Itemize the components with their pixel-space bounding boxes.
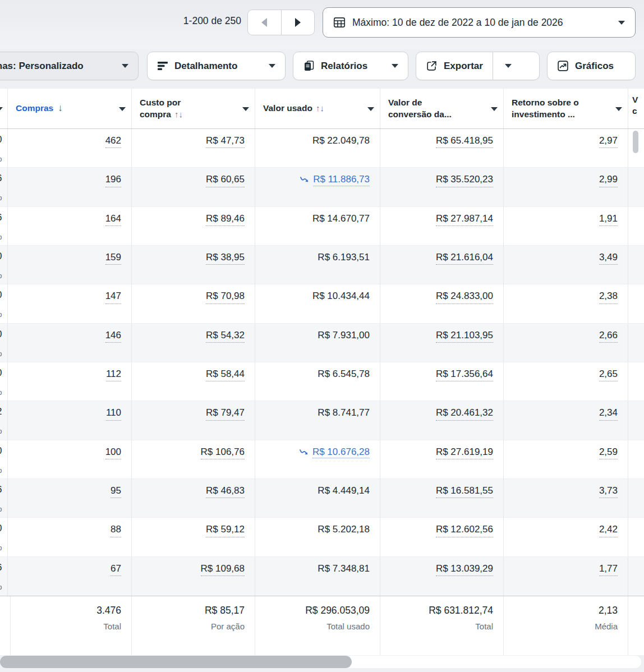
conversao-value[interactable]: R$ 21.103,95 <box>436 330 493 343</box>
chevron-down-icon[interactable] <box>119 107 126 111</box>
roas-value[interactable]: 2,99 <box>599 174 618 187</box>
cell-valor-de-conversao: R$ 65.418,95 <box>380 129 504 167</box>
clipped-text: 0 <box>0 523 2 534</box>
chevron-down-icon[interactable] <box>615 107 622 111</box>
horizontal-scrollbar-thumb[interactable] <box>0 656 352 668</box>
header-compras[interactable]: Compras↓ <box>8 89 132 128</box>
custo-value[interactable]: R$ 109,68 <box>201 563 245 576</box>
valor-usado-value[interactable]: R$ 11.886,73 <box>313 174 370 186</box>
compras-value[interactable]: 147 <box>105 291 121 303</box>
roas-value[interactable]: 2,66 <box>599 330 618 343</box>
table-row: 2o110R$ 79,47R$ 8.741,77R$ 20.461,322,34 <box>0 401 644 440</box>
totals-valor-usado-value: R$ 296.053,09 <box>305 605 370 616</box>
roas-value[interactable]: 2,34 <box>599 407 618 420</box>
breakdown-dropdown-button[interactable]: Detalhamento <box>147 52 286 80</box>
compras-value[interactable]: 110 <box>106 407 121 420</box>
custo-value[interactable]: R$ 58,44 <box>206 369 245 381</box>
compras-value[interactable]: 159 <box>105 252 121 265</box>
cell-clipped-prev-column: 0o <box>0 440 8 478</box>
cell-clipped-prev-column: 0o <box>0 362 8 401</box>
custo-value[interactable]: R$ 59,12 <box>206 524 245 537</box>
table-row: 6o164R$ 89,46R$ 14.670,77R$ 27.987,141,9… <box>0 207 644 246</box>
cell-custo-por-compra: R$ 54,32 <box>132 324 255 362</box>
header-valor-de-conversao[interactable]: Valor de conversão da... <box>380 89 504 128</box>
roas-value[interactable]: 2,65 <box>599 369 618 381</box>
valor-usado-value: R$ 10.434,44 <box>312 291 370 302</box>
header-clipped-prev-column[interactable] <box>0 89 8 128</box>
compras-value[interactable]: 95 <box>111 485 121 498</box>
compras-value[interactable]: 196 <box>105 174 121 187</box>
custo-value[interactable]: R$ 70,98 <box>206 291 245 303</box>
custo-value[interactable]: R$ 79,47 <box>206 407 245 420</box>
valor-usado-value: R$ 6.193,51 <box>318 252 370 263</box>
roas-value[interactable]: 2,42 <box>599 524 618 537</box>
roas-value[interactable]: 1,77 <box>599 563 618 576</box>
cell-clipped-prev-column: 6o <box>0 207 8 245</box>
roas-value[interactable]: 2,97 <box>599 135 618 148</box>
compras-value[interactable]: 112 <box>106 369 121 381</box>
cell-roas: 3,73 <box>504 479 628 517</box>
conversao-value[interactable]: R$ 24.833,00 <box>436 291 493 303</box>
roas-value[interactable]: 3,49 <box>599 252 618 265</box>
custo-value[interactable]: R$ 60,65 <box>206 174 245 187</box>
compras-value[interactable]: 462 <box>105 135 121 148</box>
conversao-value[interactable]: R$ 17.356,64 <box>436 369 493 381</box>
roas-value[interactable]: 1,91 <box>599 213 618 226</box>
table-row: 0o100R$ 106,76R$ 10.676,28R$ 27.619,192,… <box>0 440 644 479</box>
metrics-table: Compras↓ Custo por compra↑↓ Valor usado↑… <box>0 89 644 655</box>
custo-value[interactable]: R$ 106,76 <box>201 447 245 459</box>
conversao-value[interactable]: R$ 27.987,14 <box>436 213 493 226</box>
custo-value[interactable]: R$ 47,73 <box>206 135 245 148</box>
cell-roas: 2,59 <box>504 440 628 478</box>
custo-value[interactable]: R$ 89,46 <box>206 213 245 226</box>
cell-compras: 196 <box>8 168 132 206</box>
cell-roas: 2,97 <box>504 129 628 167</box>
compras-value[interactable]: 164 <box>105 213 121 226</box>
valor-usado-link[interactable]: R$ 11.886,73 <box>300 174 370 186</box>
cell-compras: 147 <box>8 284 132 323</box>
chevron-down-icon[interactable] <box>242 107 249 111</box>
roas-value[interactable]: 2,59 <box>599 447 618 459</box>
header-roas[interactable]: Retorno sobre o investimento ... <box>504 89 628 128</box>
totals-clipped-next-column <box>628 596 644 655</box>
conversao-value[interactable]: R$ 20.461,32 <box>436 407 493 420</box>
conversao-value[interactable]: R$ 27.619,19 <box>436 447 493 459</box>
next-page-button[interactable] <box>281 10 315 35</box>
custo-value[interactable]: R$ 46,83 <box>206 485 245 498</box>
header-custo-por-compra[interactable]: Custo por compra↑↓ <box>132 89 255 128</box>
custo-value[interactable]: R$ 54,32 <box>206 330 245 343</box>
conversao-value[interactable]: R$ 16.581,55 <box>436 485 493 498</box>
custo-value[interactable]: R$ 38,95 <box>206 252 245 265</box>
conversao-value[interactable]: R$ 65.418,95 <box>436 135 493 148</box>
roas-value[interactable]: 3,73 <box>599 485 618 498</box>
valor-usado-link[interactable]: R$ 10.676,28 <box>300 447 370 458</box>
previous-page-button[interactable] <box>248 10 281 35</box>
vertical-scrollbar-thumb[interactable] <box>633 131 638 153</box>
chevron-down-icon[interactable] <box>491 107 498 111</box>
valor-usado-value: R$ 22.049,78 <box>312 135 370 146</box>
compras-value[interactable]: 67 <box>111 563 121 576</box>
date-range-picker[interactable]: Máximo: 10 de dez de 2022 a 10 de jan de… <box>323 7 636 38</box>
compras-value[interactable]: 100 <box>105 447 121 459</box>
cell-compras: 146 <box>8 324 132 362</box>
compras-value[interactable]: 146 <box>105 330 121 343</box>
chevron-down-icon[interactable] <box>367 107 374 111</box>
reports-dropdown-button[interactable]: Relatórios <box>293 52 408 80</box>
clipped-text: 0 <box>0 289 2 301</box>
valor-usado-value[interactable]: R$ 10.676,28 <box>312 447 370 458</box>
totals-compras-label: Total <box>103 622 121 631</box>
roas-value[interactable]: 2,38 <box>599 291 618 303</box>
charts-button[interactable]: Gráficos <box>547 52 636 80</box>
columns-dropdown-button[interactable]: Colunas: Personalizado <box>0 52 139 80</box>
conversao-value[interactable]: R$ 21.616,04 <box>436 252 493 265</box>
export-button[interactable]: Exportar <box>416 52 493 80</box>
cell-roas: 2,99 <box>504 168 628 206</box>
totals-conversao-value: R$ 631.812,74 <box>429 605 493 616</box>
export-options-button[interactable] <box>493 52 523 80</box>
conversao-value[interactable]: R$ 13.039,29 <box>436 563 493 576</box>
totals-conversao: R$ 631.812,74 Total <box>380 596 504 655</box>
conversao-value[interactable]: R$ 35.520,23 <box>436 174 493 187</box>
conversao-value[interactable]: R$ 12.602,56 <box>436 524 493 537</box>
compras-value[interactable]: 88 <box>111 524 121 537</box>
header-valor-usado[interactable]: Valor usado↑↓ <box>255 89 380 128</box>
